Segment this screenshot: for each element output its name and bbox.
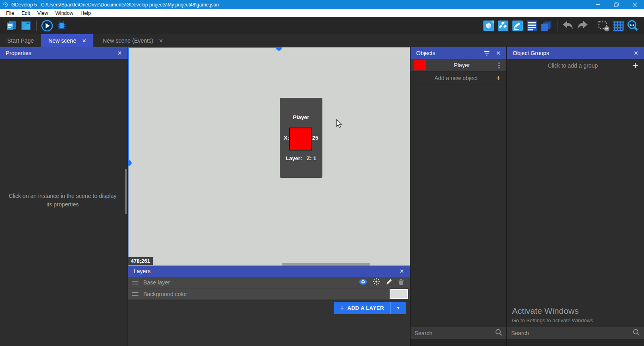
drag-handle-icon[interactable] [132,281,138,284]
canvas-hscroll-indicator[interactable] [128,47,279,48]
panel-title: Properties [6,50,112,56]
add-group-label: Click to add a group [513,62,633,69]
menu-view[interactable]: View [34,9,52,17]
zoom-100-icon[interactable]: 1:1 [625,19,640,33]
groups-searchbar [507,327,644,339]
redo-icon[interactable] [575,19,590,33]
tab-label: Start Page [7,37,34,44]
menu-help[interactable]: Help [77,9,95,17]
layer-effects-icon[interactable] [373,278,380,287]
background-color-swatch[interactable] [390,289,408,299]
add-layer-button[interactable]: + ADD A LAYER ▼ [334,302,406,314]
close-tab-icon[interactable]: ✕ [159,38,163,44]
toolbar: 1:1 [0,17,644,34]
menubar: File Edit View Window Help [0,9,644,17]
debug-icon[interactable] [54,19,69,33]
object-groups-panel-header: Object Groups ✕ [507,47,644,59]
layer-name: Base layer [143,279,359,286]
toolbar-separator [36,21,37,31]
menu-window[interactable]: Window [52,9,77,17]
tooltip-layer: Layer: Z: 1 [284,155,318,162]
plus-icon: + [340,304,344,312]
close-tab-icon[interactable]: ✕ [82,38,86,44]
canvas-vscroll-indicator[interactable] [128,47,129,163]
layer-name: Background color [143,291,406,297]
canvas-hscroll-track[interactable] [279,47,410,48]
tab-new-scene-events[interactable]: New scene (Events) ✕ [95,34,170,47]
menu-file[interactable]: File [2,9,18,17]
objects-panel: Objects ✕ Player ⋮ Add a new object + [410,47,506,346]
add-object-row[interactable]: Add a new object + [411,72,506,84]
canvas-vscroll-dot[interactable] [128,160,132,166]
start-page-icon[interactable] [19,19,33,33]
preview-play-icon[interactable] [40,19,54,33]
search-icon [633,329,640,338]
object-thumbnail [414,60,426,70]
object-row-player[interactable]: Player ⋮ [411,59,506,72]
plus-icon[interactable]: + [496,74,501,82]
tab-new-scene[interactable]: New scene ✕ [41,34,93,47]
chevron-down-icon[interactable]: ▼ [391,306,406,310]
project-manager-icon[interactable] [4,19,19,33]
open-layers-panel-icon[interactable] [539,19,554,33]
layer-edit-icon[interactable] [386,278,392,287]
close-window-button[interactable] [625,0,644,9]
add-group-row[interactable]: Click to add a group + [507,59,644,72]
layer-row-background-color[interactable]: Background color [128,288,410,300]
properties-hint: Click on an instance in the scene to dis… [6,192,119,209]
undo-icon[interactable] [561,19,575,33]
kebab-menu-icon[interactable]: ⋮ [495,61,503,70]
close-panel-icon[interactable]: ✕ [117,50,122,56]
tab-label: New scene (Events) [103,37,153,44]
object-name: Player [429,62,495,68]
properties-scrollbar[interactable] [125,169,127,214]
open-object-groups-icon[interactable] [496,19,510,33]
objects-empty-space [411,84,506,327]
window-title: GDevelop 5 - C:\Users\Sparkle\OneDrive\D… [11,2,588,8]
objects-panel-header: Objects ✕ [411,47,506,59]
layer-row-base[interactable]: Base layer [128,277,410,288]
groups-search-input[interactable] [511,330,633,336]
drag-handle-icon[interactable] [132,292,138,296]
filter-icon[interactable] [484,51,489,56]
clear-selection-icon[interactable] [597,19,611,33]
close-panel-icon[interactable]: ✕ [634,50,638,56]
canvas-vscroll-track[interactable] [128,163,129,266]
gdevelop-window: GDevelop 5 - C:\Users\Sparkle\OneDrive\D… [0,0,644,346]
properties-panel-header: Properties ✕ [0,47,128,59]
gdevelop-logo-icon [2,2,9,7]
minimize-button[interactable] [588,0,607,9]
toolbar-separator [593,21,593,31]
panel-title: Layers [134,268,394,274]
close-panel-icon[interactable]: ✕ [496,50,501,56]
layers-panel-header: Layers ✕ [128,266,410,277]
open-instances-list-icon[interactable] [525,19,539,33]
open-properties-panel-icon[interactable] [510,19,525,33]
scene-canvas[interactable]: Player X: 446 Y: 225 Layer: Z: 1 478;261 [128,47,410,266]
canvas-bottom-scrollbar[interactable] [282,263,370,266]
menu-edit[interactable]: Edit [18,9,34,17]
close-panel-icon[interactable]: ✕ [399,268,404,274]
svg-text:1:1: 1:1 [630,23,634,27]
object-groups-panel: Object Groups ✕ Click to add a group + A… [506,47,644,346]
layer-delete-icon[interactable] [398,278,404,287]
tab-start-page[interactable]: Start Page [0,34,41,47]
panel-title: Objects [416,50,484,56]
objects-search-input[interactable] [415,330,495,336]
player-instance[interactable] [289,128,312,150]
canvas-hscroll-dot[interactable] [276,47,282,51]
layer-visibility-icon[interactable] [359,279,367,286]
restore-button[interactable] [607,0,625,9]
groups-empty-space [507,72,644,327]
tooltip-object-name: Player [284,114,318,121]
groups-panel-footer [507,339,644,346]
toolbar-separator [557,21,557,31]
objects-panel-footer [411,339,506,346]
plus-icon[interactable]: + [633,61,638,70]
grid-icon[interactable] [611,19,625,33]
layers-panel: Layers ✕ Base layer [128,266,410,346]
open-objects-panel-icon[interactable] [481,19,496,33]
add-layer-label: ADD A LAYER [347,305,384,311]
objects-searchbar [411,327,506,339]
tabbar: Start Page New scene ✕ New scene (Events… [0,34,644,47]
